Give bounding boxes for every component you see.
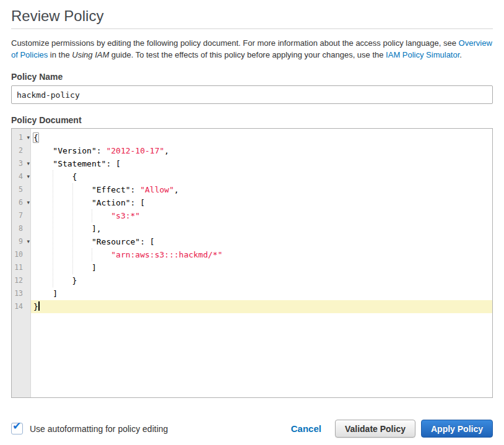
line-number: 2: [12, 144, 30, 157]
line-number: 12: [12, 274, 30, 287]
page-title: Review Policy: [11, 7, 493, 24]
policy-document-editor[interactable]: 1▾23▾4▾56▾789▾1011121314 { "Version": "2…: [11, 128, 493, 398]
code-token: ]: [33, 263, 97, 272]
line-number: 9▾: [12, 235, 30, 248]
string-token: "Allow": [140, 185, 174, 194]
line-number: 10: [12, 248, 30, 261]
intro-segment: .: [459, 50, 462, 59]
checkmark-icon: ✔: [12, 420, 21, 432]
code-token: "Action": [: [33, 198, 145, 207]
line-number: 1▾: [12, 131, 30, 144]
line-number: 4▾: [12, 170, 30, 183]
code-line-7[interactable]: "s3:*": [31, 209, 492, 222]
code-token: {: [33, 172, 77, 181]
code-token: ,: [164, 146, 169, 155]
policy-name-label: Policy Name: [11, 72, 493, 82]
code-token: {: [33, 132, 39, 143]
apply-policy-button[interactable]: Apply Policy: [421, 420, 493, 438]
autoformat-checkbox[interactable]: ✔: [11, 423, 23, 434]
code-token: "Effect":: [33, 185, 140, 194]
line-number: 3▾: [12, 157, 30, 170]
indent-guide: [92, 248, 92, 261]
using-iam-guide-name: Using IAM: [72, 50, 109, 59]
line-number: 7: [12, 209, 30, 222]
code-token: "Resource": [: [33, 237, 155, 246]
code-line-2[interactable]: "Version": "2012-10-17",: [31, 144, 492, 157]
code-line-10[interactable]: "arn:aws:s3:::hackmd/*": [31, 248, 492, 261]
indent-guide: [72, 183, 73, 274]
fold-toggle-icon[interactable]: ▾: [27, 131, 30, 144]
line-number: 11: [12, 261, 30, 274]
fold-toggle-icon[interactable]: ▾: [27, 170, 30, 183]
string-token: "arn:aws:s3:::hackmd/*": [111, 250, 222, 259]
code-line-9[interactable]: "Resource": [: [31, 235, 492, 248]
policy-document-label: Policy Document: [11, 115, 493, 125]
intro-segment: in the: [48, 50, 72, 59]
code-line-13[interactable]: ]: [31, 287, 492, 300]
text-cursor: [38, 301, 40, 311]
fold-toggle-icon[interactable]: ▾: [27, 196, 30, 209]
intro-segment: Customize permissions by editing the fol…: [11, 38, 459, 48]
code-token: ,: [174, 185, 179, 194]
indent-guide: [92, 209, 92, 222]
editor-gutter: 1▾23▾4▾56▾789▾1011121314: [12, 129, 31, 397]
code-line-11[interactable]: ]: [31, 261, 492, 274]
line-number: 5: [12, 183, 30, 196]
validate-policy-button[interactable]: Validate Policy: [335, 420, 415, 438]
code-line-6[interactable]: "Action": [: [31, 196, 492, 209]
string-token: "2012-10-17": [106, 146, 164, 155]
fold-toggle-icon[interactable]: ▾: [27, 157, 30, 170]
code-token: ]: [33, 289, 58, 298]
line-number: 6▾: [12, 196, 30, 209]
fold-toggle-icon[interactable]: ▾: [27, 235, 30, 248]
iam-policy-simulator-link[interactable]: IAM Policy Simulator: [386, 50, 459, 59]
code-line-4[interactable]: {: [31, 170, 492, 183]
policy-name-input[interactable]: [11, 85, 493, 104]
title-divider: [11, 28, 493, 29]
footer-bar: ✔ Use autoformatting for policy editing …: [11, 420, 493, 438]
review-policy-page: Review Policy Customize permissions by e…: [0, 7, 504, 398]
code-line-12[interactable]: }: [31, 274, 492, 287]
line-number: 8: [12, 222, 30, 235]
code-line-1[interactable]: {: [31, 131, 492, 144]
line-number: 13: [12, 287, 30, 300]
intro-segment: guide. To test the effects of this polic…: [109, 50, 386, 59]
code-line-8[interactable]: ],: [31, 222, 492, 235]
code-token: }: [33, 302, 38, 311]
autoformat-label: Use autoformatting for policy editing: [30, 424, 168, 434]
code-token: }: [33, 276, 77, 285]
code-line-5[interactable]: "Effect": "Allow",: [31, 183, 492, 196]
code-token: "Statement": [: [33, 159, 121, 168]
cancel-link[interactable]: Cancel: [291, 423, 321, 434]
indent-guide: [53, 170, 53, 287]
footer-actions: Cancel Validate Policy Apply Policy: [291, 420, 493, 438]
intro-text: Customize permissions by editing the fol…: [11, 37, 493, 61]
code-token: "Version":: [33, 146, 106, 155]
string-token: "s3:*": [111, 211, 140, 220]
editor-code[interactable]: { "Version": "2012-10-17", "Statement": …: [31, 129, 492, 397]
line-number: 14: [12, 300, 30, 313]
code-line-3[interactable]: "Statement": [: [31, 157, 492, 170]
code-line-14[interactable]: }: [31, 300, 492, 313]
code-token: ],: [33, 224, 102, 233]
